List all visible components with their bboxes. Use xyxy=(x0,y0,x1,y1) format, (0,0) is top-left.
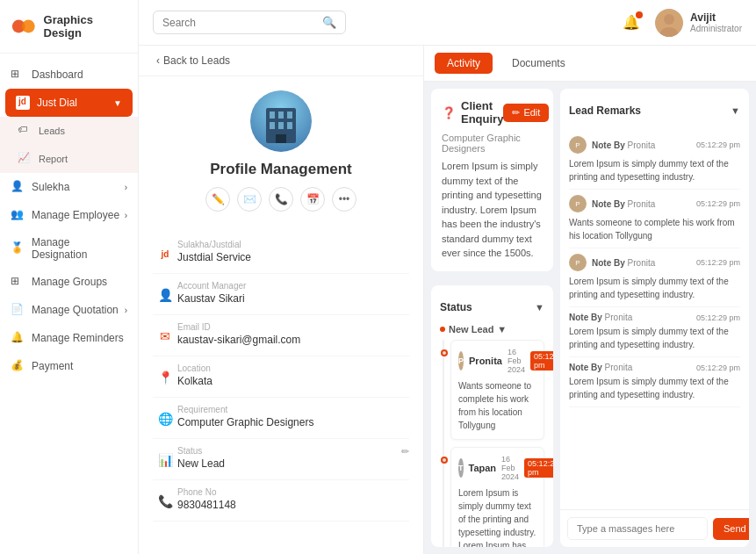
activity-tabs: Activity Documents xyxy=(424,46,756,82)
timeline-line xyxy=(443,340,444,548)
svg-point-3 xyxy=(664,14,674,25)
profile-actions: ✏️ ✉️ 📞 📅 ••• xyxy=(205,187,356,212)
status-edit-icon[interactable]: ✏ xyxy=(401,446,409,457)
card-avatar: P xyxy=(458,351,464,371)
edit-pencil-icon: ✏ xyxy=(512,107,520,119)
avatar-image xyxy=(655,9,683,37)
money-icon: 💰 xyxy=(11,359,25,373)
sidebar-item-sulekha[interactable]: 👤 Sulekha › xyxy=(0,173,138,201)
req-content: Requirement Computer Graphic Designers xyxy=(177,405,409,428)
svg-rect-12 xyxy=(287,122,292,129)
activity-panel: Activity Documents ❓ Client Enquiry xyxy=(424,46,756,554)
sidebar-item-leads[interactable]: 🏷 Leads xyxy=(0,117,138,145)
req-label: Requirement xyxy=(177,405,409,414)
remark-time: 05:12:29 pm xyxy=(696,258,740,267)
svg-rect-11 xyxy=(278,122,284,129)
calendar-action-btn[interactable]: 📅 xyxy=(300,187,325,212)
search-box[interactable]: 🔍 xyxy=(153,11,346,34)
field-phone: 📞 Phone No 9830481148 xyxy=(153,480,409,522)
remark-header: P Note By Pronita 05:12:29 pm xyxy=(569,195,740,212)
status-card: T Tapan 16 Feb 2024 05:12:29 pm Lorem Ip… xyxy=(450,447,544,548)
card-text: Lorem Ipsum is simply dummy text of the … xyxy=(458,486,536,548)
client-enquiry: ❓ Client Enquiry ✏ Edit 🔔 xyxy=(431,89,553,271)
main-content: 🔍 🔔 Avijit xyxy=(139,0,756,554)
field-account-manager: 👤 Account Manager Kaustav Sikari xyxy=(153,274,409,315)
remark-header: P Note By Pronita 05:12:29 pm xyxy=(569,254,740,271)
user-icon: 👤 xyxy=(11,180,25,194)
status-header[interactable]: Status ▼ xyxy=(440,294,544,320)
search-input[interactable] xyxy=(162,17,322,29)
sidebar: Graphics Design ⊞ Dashboard jd Just Dial… xyxy=(0,0,139,554)
location-content: Location Kolkata xyxy=(177,363,409,387)
card-date: 16 Feb 2024 xyxy=(501,455,519,481)
profile-header: Profile Management ✏️ ✉️ 📞 📅 ••• xyxy=(139,76,423,226)
remark-time: 05:12:29 pm xyxy=(696,199,740,208)
card-time: 05:12:29 pm xyxy=(530,351,553,371)
person-icon: 👤 xyxy=(153,283,177,307)
grid-icon: ⊞ xyxy=(11,68,25,82)
sidebar-item-just-dial[interactable]: jd Just Dial ▼ xyxy=(5,89,133,117)
back-label: Back to Leads xyxy=(163,54,230,67)
email-action-btn[interactable]: ✉️ xyxy=(237,187,262,212)
user-profile[interactable]: Avijit Administrator xyxy=(655,9,742,37)
chevron-right-icon: › xyxy=(125,211,127,220)
remark-time: 05:12:29 pm xyxy=(696,313,740,322)
enquiry-actions: ✏ Edit 🔔 Reminder xyxy=(503,104,553,122)
sidebar-item-dashboard[interactable]: ⊞ Dashboard xyxy=(0,61,138,89)
user-role: Administrator xyxy=(690,24,742,33)
remarks-header[interactable]: Lead Remarks ▼ xyxy=(569,97,740,124)
status-value: New Lead xyxy=(177,457,401,470)
group-icon: ⊞ xyxy=(11,275,25,289)
header-right: 🔔 Avijit Administrator xyxy=(618,9,742,37)
remark-item: P Note By Pronita 05:12:29 pm Lorem Ipsu… xyxy=(569,248,740,307)
jd-icon: jd xyxy=(16,96,30,110)
tab-documents[interactable]: Documents xyxy=(500,53,578,74)
message-input[interactable] xyxy=(567,517,708,540)
remark-item: Note By Pronita 05:12:29 pm Lorem Ipsum … xyxy=(569,357,740,407)
location-label: Location xyxy=(177,363,409,373)
more-action-btn[interactable]: ••• xyxy=(332,187,356,212)
card-text: Wants someone to complete his work from … xyxy=(458,379,536,432)
send-button[interactable]: Send ➤ xyxy=(713,518,749,540)
profile-image xyxy=(250,90,312,152)
sidebar-item-report[interactable]: 📈 Report xyxy=(0,145,138,173)
just-dial-submenu: 🏷 Leads 📈 Report xyxy=(0,117,138,173)
question-icon: ❓ xyxy=(442,106,456,119)
sidebar-item-manage-employee[interactable]: 👥 Manage Employee › xyxy=(0,201,138,229)
tab-activity[interactable]: Activity xyxy=(435,53,493,74)
remark-item: P Note By Pronita 05:12:29 pm Wants some… xyxy=(569,190,740,248)
back-to-leads[interactable]: ‹ Back to Leads xyxy=(139,46,423,76)
remark-text: Lorem Ipsum is simply dummy text of the … xyxy=(569,275,740,301)
phone-icon: 📞 xyxy=(153,489,177,514)
remark-item: Note By Pronita 05:12:29 pm Lorem Ipsum … xyxy=(569,307,740,357)
remark-by: Note By Pronita xyxy=(569,313,632,322)
status-cards: P Pronita 16 Feb 2024 05:12:29 pm Wants … xyxy=(440,340,544,548)
activity-body: ❓ Client Enquiry ✏ Edit 🔔 xyxy=(424,82,756,554)
right-body: Lead Remarks ▼ P Note By Pronita xyxy=(560,89,749,547)
phone-label: Phone No xyxy=(177,487,409,497)
edit-button[interactable]: ✏ Edit xyxy=(503,104,549,122)
phone-action-btn[interactable]: 📞 xyxy=(269,187,293,212)
status-dot xyxy=(440,327,445,332)
sidebar-item-manage-reminders[interactable]: 🔔 Manage Reminders xyxy=(0,324,138,352)
jd-field-icon: jd xyxy=(153,241,177,266)
remark-time: 05:12:29 pm xyxy=(696,140,740,149)
remark-item: P Note By Pronita 05:12:29 pm Lorem Ipsu… xyxy=(569,131,740,190)
notification-bell[interactable]: 🔔 xyxy=(618,10,644,36)
remark-text: Lorem Ipsum is simply dummy text of the … xyxy=(569,157,740,183)
remark-text: Lorem Ipsum is simply dummy text of the … xyxy=(569,325,740,351)
svg-rect-7 xyxy=(270,112,275,119)
sidebar-item-payment[interactable]: 💰 Payment xyxy=(0,352,138,380)
remarks-header-row: Lead Remarks ▼ xyxy=(560,89,749,127)
chevron-right-icon: › xyxy=(125,306,127,315)
card-header: T Tapan 16 Feb 2024 05:12:29 pm xyxy=(458,455,536,481)
status-label: Status xyxy=(177,446,401,456)
user-details: Avijit Administrator xyxy=(690,11,742,33)
svg-rect-10 xyxy=(270,122,275,129)
sidebar-item-manage-designation[interactable]: 🏅 Manage Designation xyxy=(0,229,138,268)
edit-action-btn[interactable]: ✏️ xyxy=(205,187,230,212)
app-title: Graphics Design xyxy=(44,13,127,40)
sidebar-item-manage-quotation[interactable]: 📄 Manage Quotation › xyxy=(0,296,138,324)
logo: Graphics Design xyxy=(0,0,138,54)
sidebar-item-manage-groups[interactable]: ⊞ Manage Groups xyxy=(0,268,138,296)
